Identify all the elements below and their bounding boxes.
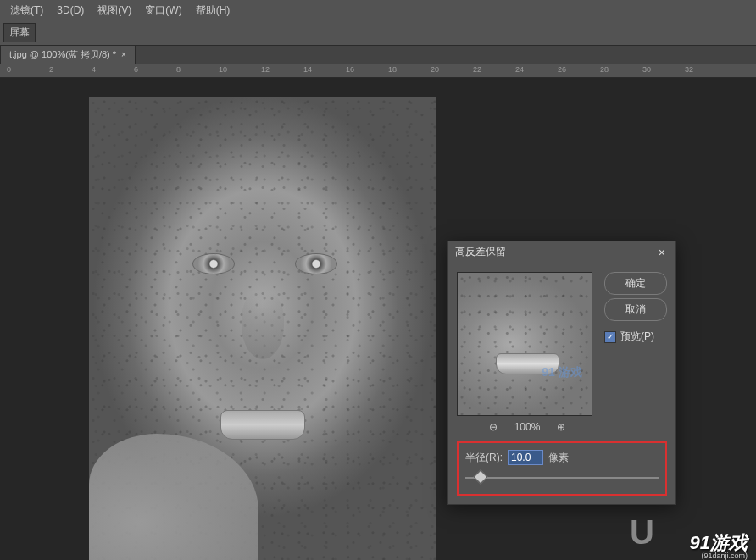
options-bar: 屏幕: [0, 20, 756, 46]
ok-button[interactable]: 确定: [604, 272, 667, 295]
menu-filter[interactable]: 滤镜(T): [3, 1, 50, 20]
menu-view[interactable]: 视图(V): [91, 1, 138, 20]
document-tab-label: t.jpg @ 100%(蓝 拷贝/8) *: [9, 48, 116, 61]
ruler-tick: 6: [134, 65, 138, 74]
ruler-tick: 16: [346, 65, 354, 74]
ruler-tick: 14: [303, 65, 312, 74]
canvas-area[interactable]: 高反差保留 × ⊖ 100% ⊕ 确定 取消 ✓ 预览(P): [0, 78, 756, 560]
radius-slider[interactable]: [465, 472, 659, 484]
zoom-in-icon[interactable]: ⊕: [557, 421, 565, 433]
preview-checkbox[interactable]: ✓: [604, 331, 616, 343]
radius-label: 半径(R):: [465, 451, 503, 465]
radius-section: 半径(R): 像素: [457, 441, 667, 496]
preview-mouth: [496, 353, 559, 374]
ruler-tick: 22: [473, 65, 481, 74]
preview-label: 预览(P): [620, 330, 654, 344]
ruler-tick: 28: [600, 65, 609, 74]
close-icon[interactable]: ×: [655, 246, 669, 259]
horizontal-ruler: 0 2 4 6 8 10 12 14 16 18 20 22 24 26 28 …: [0, 64, 756, 78]
ruler-tick: 18: [388, 65, 397, 74]
toolbar-screen-label[interactable]: 屏幕: [3, 23, 36, 42]
ruler-tick: 26: [558, 65, 566, 74]
menu-3d[interactable]: 3D(D): [50, 2, 91, 19]
preview-thumbnail[interactable]: [457, 272, 592, 416]
watermark-u: U: [630, 513, 654, 552]
radius-unit: 像素: [548, 451, 569, 465]
dialog-title: 高反差保留: [455, 245, 506, 259]
menu-window[interactable]: 窗口(W): [138, 1, 188, 20]
ruler-tick: 8: [176, 65, 181, 74]
face-eye-left: [192, 253, 235, 274]
high-pass-dialog: 高反差保留 × ⊖ 100% ⊕ 确定 取消 ✓ 预览(P): [447, 241, 676, 505]
zoom-percentage: 100%: [514, 421, 541, 433]
ruler-tick: 0: [7, 65, 11, 74]
close-icon[interactable]: ×: [121, 50, 126, 59]
face-mouth: [220, 410, 305, 440]
ruler-tick: 30: [642, 65, 651, 74]
cancel-button[interactable]: 取消: [604, 298, 667, 321]
ruler-tick: 10: [219, 65, 227, 74]
document-canvas[interactable]: [89, 97, 436, 560]
preview-checkbox-row[interactable]: ✓ 预览(P): [604, 330, 667, 344]
watermark-br-sub: (91danji.com): [701, 552, 748, 560]
face-nose: [242, 291, 284, 359]
ruler-tick: 2: [49, 65, 53, 74]
radius-input[interactable]: [508, 450, 543, 465]
ruler-tick: 20: [431, 65, 439, 74]
slider-thumb[interactable]: [474, 470, 488, 485]
menu-help[interactable]: 帮助(H): [189, 1, 237, 20]
document-tab[interactable]: t.jpg @ 100%(蓝 拷贝/8) * ×: [0, 45, 136, 64]
ruler-tick: 24: [515, 65, 524, 74]
ruler-tick: 12: [261, 65, 270, 74]
face-eye-right: [295, 253, 337, 274]
ruler-tick: 32: [685, 65, 693, 74]
slider-track: [465, 477, 659, 479]
document-tab-bar: t.jpg @ 100%(蓝 拷贝/8) * ×: [0, 46, 756, 64]
ruler-tick: 4: [92, 65, 96, 74]
zoom-out-icon[interactable]: ⊖: [489, 421, 498, 433]
dialog-titlebar[interactable]: 高反差保留 ×: [448, 241, 675, 263]
menubar: 滤镜(T) 3D(D) 视图(V) 窗口(W) 帮助(H): [0, 0, 756, 20]
